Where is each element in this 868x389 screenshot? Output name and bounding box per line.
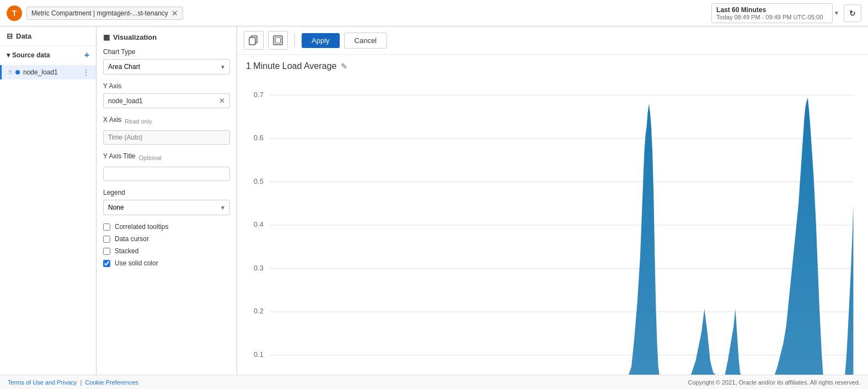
left-panel-data: ⊟ Data ▾ Source data + ⠿ node_load1 ⋮ <box>0 26 97 375</box>
data-item-node-load1[interactable]: ⠿ node_load1 ⋮ <box>0 65 96 79</box>
chart-title-edit-icon[interactable]: ✎ <box>341 62 347 71</box>
use-solid-color-row: Use solid color <box>103 259 230 267</box>
x-axis-label-row: X Axis Read only <box>103 116 230 127</box>
read-only-badge: Read only <box>125 118 152 125</box>
y-axis-label: Y Axis <box>103 82 230 90</box>
top-bar-right: Last 60 Minutes Today 08:49 PM - 09:49 P… <box>711 3 861 23</box>
data-cursor-label: Data cursor <box>115 235 149 243</box>
correlated-tooltips-row: Correlated tooltips <box>103 223 230 231</box>
toolbar-icon1-button[interactable] <box>244 31 264 50</box>
chart-title-row: 1 Minute Load Average ✎ <box>246 61 859 71</box>
y-axis-tag: node_load1 ✕ <box>103 93 230 108</box>
data-cursor-checkbox[interactable] <box>103 236 110 243</box>
apply-button[interactable]: Apply <box>302 33 340 48</box>
data-panel-title: Data <box>16 32 31 40</box>
y-axis-remove-icon[interactable]: ✕ <box>219 97 225 105</box>
time-sub: Today 08:49 PM - 09:49 PM UTC-05:00 <box>716 14 828 20</box>
time-selector[interactable]: Last 60 Minutes Today 08:49 PM - 09:49 P… <box>711 3 833 23</box>
stacked-checkbox[interactable] <box>103 248 110 255</box>
oracle-logo: T <box>7 6 22 21</box>
time-dropdown-arrow-icon: ▼ <box>834 10 839 16</box>
chart-container: 0.0 0.1 0.2 0.3 0.4 0.5 0.6 0.7 <box>246 78 859 375</box>
top-bar: T Metric Compartment | mgmtagent-...st-t… <box>0 0 868 26</box>
top-bar-left: T Metric Compartment | mgmtagent-...st-t… <box>7 6 183 21</box>
vis-panel-label: Visualization <box>113 33 157 41</box>
cancel-button[interactable]: Cancel <box>344 33 387 49</box>
area-fill <box>269 98 853 375</box>
mid-panel-visualization: ▦ Visualization Chart Type Area Chart Li… <box>97 26 237 375</box>
legend-select-wrapper: None Top Bottom Left Right ▼ <box>103 200 230 215</box>
breadcrumb-tag[interactable]: Metric Compartment | mgmtagent-...st-ten… <box>26 7 183 20</box>
time-label: Last 60 Minutes <box>716 6 828 14</box>
optional-label: Optional <box>138 154 161 161</box>
vis-panel-icon: ▦ <box>103 33 110 41</box>
correlated-tooltips-label: Correlated tooltips <box>115 223 168 231</box>
y-axis-title-label: Y Axis Title <box>103 152 135 160</box>
data-cursor-row: Data cursor <box>103 235 230 243</box>
svg-text:0.6: 0.6 <box>254 134 264 142</box>
svg-text:0.1: 0.1 <box>254 351 264 359</box>
x-axis-input <box>103 130 230 145</box>
footer-separator: | <box>78 379 85 386</box>
toolbar-separator <box>294 34 295 47</box>
svg-text:0.2: 0.2 <box>254 307 264 315</box>
vis-panel-title: ▦ Visualization <box>103 33 230 41</box>
chart-title: 1 Minute Load Average <box>246 61 336 71</box>
svg-text:0.5: 0.5 <box>254 178 264 185</box>
svg-text:0.7: 0.7 <box>254 91 264 99</box>
footer-left: Terms of Use and Privacy | Cookie Prefer… <box>8 379 138 386</box>
y-axis-title-section: Y Axis Title Optional <box>103 152 230 181</box>
legend-select[interactable]: None Top Bottom Left Right <box>103 200 230 215</box>
source-data-header: ▾ Source data + <box>0 46 96 64</box>
data-panel-header: ⊟ Data <box>0 26 96 46</box>
chart-type-label: Chart Type <box>103 48 230 56</box>
use-solid-color-label: Use solid color <box>115 259 158 267</box>
toolbar-icon2-button[interactable] <box>268 31 288 50</box>
right-panel-chart: Apply Cancel 1 Minute Load Average ✎ 0.0… <box>237 26 868 375</box>
y-axis-title-input[interactable] <box>103 167 230 181</box>
svg-rect-1 <box>249 38 255 45</box>
y-axis-section: Y Axis node_load1 ✕ <box>103 82 230 108</box>
source-data-label: Source data <box>12 51 50 59</box>
main-layout: ⊟ Data ▾ Source data + ⠿ node_load1 ⋮ ▦ … <box>0 26 868 375</box>
x-axis-label: X Axis <box>103 116 121 124</box>
legend-section: Legend None Top Bottom Left Right ▼ <box>103 189 230 215</box>
data-panel-icon: ⊟ <box>7 32 13 40</box>
breadcrumb-text: Metric Compartment | mgmtagent-...st-ten… <box>31 9 168 17</box>
refresh-button[interactable]: ↻ <box>844 4 861 22</box>
source-data-collapse-icon[interactable]: ▾ <box>7 51 10 59</box>
x-axis-section: X Axis Read only <box>103 116 230 145</box>
chart-type-select[interactable]: Area Chart Line Chart Bar Chart <box>103 59 230 74</box>
chart-area: 1 Minute Load Average ✎ 0.0 0.1 0.2 0.3 … <box>237 55 868 375</box>
svg-text:0.3: 0.3 <box>254 264 264 272</box>
data-item-more-icon[interactable]: ⋮ <box>83 68 89 76</box>
add-source-button[interactable]: + <box>84 51 89 60</box>
stacked-row: Stacked <box>103 247 230 255</box>
copy-icon <box>249 35 259 45</box>
data-item-dot <box>15 70 20 74</box>
drag-handle-icon: ⠿ <box>8 70 12 76</box>
correlated-tooltips-checkbox[interactable] <box>103 223 110 231</box>
chart-type-select-wrapper: Area Chart Line Chart Bar Chart ▼ <box>103 59 230 74</box>
source-data-left: ▾ Source data <box>7 51 50 59</box>
stacked-label: Stacked <box>115 247 138 255</box>
area-chart-svg: 0.0 0.1 0.2 0.3 0.4 0.5 0.6 0.7 <box>246 78 859 375</box>
footer: Terms of Use and Privacy | Cookie Prefer… <box>0 375 868 389</box>
time-selector-wrapper[interactable]: Last 60 Minutes Today 08:49 PM - 09:49 P… <box>711 3 839 23</box>
breadcrumb-close-icon[interactable]: ✕ <box>172 9 178 18</box>
cookie-link[interactable]: Cookie Preferences <box>85 379 138 386</box>
data-item-label: node_load1 <box>23 68 58 76</box>
terms-link[interactable]: Terms of Use and Privacy <box>8 379 77 386</box>
use-solid-color-checkbox[interactable] <box>103 260 110 267</box>
chart-toolbar: Apply Cancel <box>237 26 868 55</box>
footer-copyright: Copyright © 2021, Oracle and/or its affi… <box>688 379 860 386</box>
svg-text:0.4: 0.4 <box>254 221 264 228</box>
svg-rect-3 <box>275 38 281 43</box>
y-axis-tag-text: node_load1 <box>108 97 143 105</box>
legend-label: Legend <box>103 189 230 196</box>
expand-icon <box>273 35 283 45</box>
